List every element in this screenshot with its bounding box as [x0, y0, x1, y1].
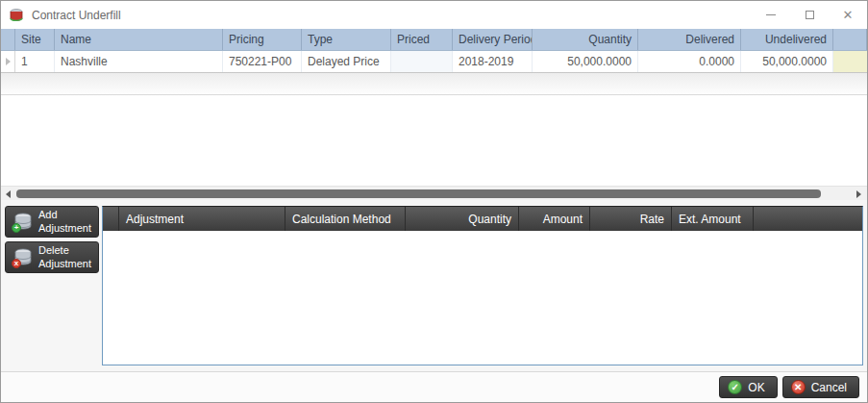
database-delete-icon: x — [12, 247, 35, 268]
ok-label: OK — [748, 381, 764, 394]
contract-underfill-dialog: Contract Underfill ✕ Site Name Pricing T… — [0, 0, 868, 403]
column-header-pricing[interactable]: Pricing — [223, 29, 302, 50]
row-indicator-header — [1, 29, 15, 50]
column-header-delivery-period[interactable]: Delivery Period — [453, 29, 533, 50]
cell-undelivered[interactable]: 50,000.0000 — [741, 51, 833, 72]
column-header-calculation-method[interactable]: Calculation Method — [285, 207, 406, 231]
cancel-button[interactable]: ✕ Cancel — [782, 376, 859, 398]
column-header-undelivered[interactable]: Undelivered — [741, 29, 833, 50]
ok-button[interactable]: ✓ OK — [719, 376, 777, 398]
cell-type[interactable]: Delayed Price — [302, 51, 391, 72]
scroll-left-icon[interactable] — [6, 190, 11, 198]
cell-name[interactable]: Nashville — [55, 51, 223, 72]
maximize-button[interactable] — [790, 1, 829, 29]
titlebar: Contract Underfill ✕ — [1, 1, 867, 29]
column-header-amount[interactable]: Amount — [519, 207, 590, 231]
ok-check-icon: ✓ — [728, 380, 742, 394]
cell-delivered[interactable]: 0.0000 — [638, 51, 741, 72]
column-header-adjustment[interactable]: Adjustment — [119, 207, 285, 231]
column-header-type[interactable]: Type — [302, 29, 391, 50]
column-header-quantity[interactable]: Quantity — [533, 29, 638, 50]
column-header-name[interactable]: Name — [55, 29, 223, 50]
close-icon: ✕ — [843, 9, 854, 21]
column-header-ext-amount[interactable]: Ext. Amount — [672, 207, 754, 231]
minimize-button[interactable] — [752, 1, 790, 29]
minimize-icon — [766, 14, 776, 15]
column-header-filler — [833, 29, 867, 50]
cell-delivery-period[interactable]: 2018-2019 — [453, 51, 533, 72]
adjustments-panel: + Add Adjustment x Delete Adjustment Adj… — [1, 200, 867, 402]
column-header-priced[interactable]: Priced — [391, 29, 453, 50]
grid-new-row-band — [1, 72, 867, 95]
close-button[interactable]: ✕ — [829, 1, 867, 29]
column-header-delivered[interactable]: Delivered — [638, 29, 741, 50]
plus-icon: + — [12, 223, 21, 233]
adj-row-indicator-header — [103, 207, 119, 231]
add-adjustment-button[interactable]: + Add Adjustment — [5, 206, 99, 238]
adjustments-grid: Adjustment Calculation Method Quantity A… — [102, 206, 863, 365]
x-icon: x — [12, 259, 21, 268]
contract-row: 1 Nashville 750221-P00 Delayed Price 201… — [1, 51, 867, 72]
horizontal-scrollbar[interactable] — [1, 186, 867, 200]
column-header-site[interactable]: Site — [15, 29, 55, 50]
grid-empty-area — [1, 95, 867, 186]
scroll-right-icon[interactable] — [856, 190, 861, 198]
adj-column-header-filler — [754, 207, 862, 231]
column-header-adj-quantity[interactable]: Quantity — [406, 207, 519, 231]
cell-quantity[interactable]: 50,000.0000 — [533, 51, 638, 72]
maximize-icon — [806, 11, 814, 19]
delete-adjustment-label: Delete Adjustment — [38, 244, 91, 269]
contract-app-icon — [9, 8, 24, 23]
add-adjustment-label: Add Adjustment — [38, 209, 91, 234]
scrollbar-thumb[interactable] — [16, 189, 821, 198]
cell-priced[interactable] — [391, 51, 453, 72]
row-indicator-icon — [6, 58, 11, 65]
adjustments-grid-body — [103, 231, 862, 365]
window-controls: ✕ — [752, 1, 867, 29]
contracts-grid-header: Site Name Pricing Type Priced Delivery P… — [1, 29, 867, 51]
cell-extra-highlight[interactable] — [833, 51, 867, 72]
window-title: Contract Underfill — [32, 9, 121, 22]
cell-site[interactable]: 1 — [15, 51, 55, 72]
cancel-x-icon: ✕ — [791, 380, 806, 394]
cell-pricing[interactable]: 750221-P00 — [223, 51, 302, 72]
row-indicator-cell[interactable] — [1, 51, 15, 72]
adjustments-grid-header: Adjustment Calculation Method Quantity A… — [103, 207, 862, 231]
delete-adjustment-button[interactable]: x Delete Adjustment — [5, 241, 99, 273]
cancel-label: Cancel — [811, 381, 847, 394]
column-header-rate[interactable]: Rate — [590, 207, 672, 231]
footer-bar: ✓ OK ✕ Cancel — [1, 371, 867, 402]
database-add-icon: + — [12, 212, 35, 233]
